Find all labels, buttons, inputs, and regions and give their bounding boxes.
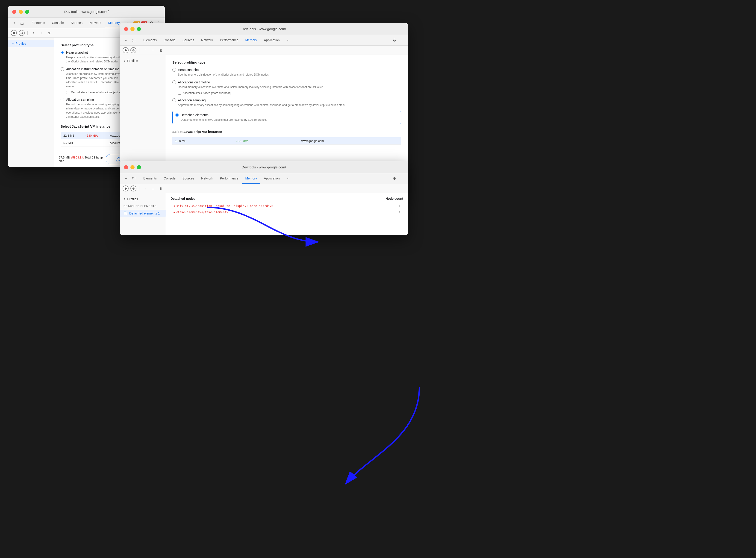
- record-icon-1[interactable]: ⏺: [11, 30, 17, 36]
- detached-nodes-header: Detached nodes Node count: [171, 197, 403, 200]
- radio-sampling-input-2[interactable]: [172, 98, 176, 102]
- settings-icon-3[interactable]: ⚙: [391, 175, 398, 182]
- radio-sampling-input-1[interactable]: [60, 98, 64, 101]
- close-btn-1[interactable]: [12, 10, 16, 14]
- box-icon-2[interactable]: ⬚: [130, 37, 137, 44]
- sidebar-item-profiles-1[interactable]: ≡ Profiles: [8, 40, 54, 47]
- radio-timeline-label-2[interactable]: Allocations on timeline: [172, 80, 401, 84]
- vm-title-2: Select JavaScript VM instance: [172, 130, 401, 134]
- vm-memory-1: 22.3 MB: [60, 132, 82, 140]
- clear-icon-1[interactable]: ⊘: [19, 30, 25, 36]
- download-icon-1[interactable]: ↓: [38, 30, 44, 36]
- radio-timeline-input-2[interactable]: [172, 80, 176, 84]
- box-icon-1[interactable]: ⬚: [19, 20, 25, 26]
- tab-elements-3[interactable]: Elements: [140, 173, 160, 184]
- tab-network-1[interactable]: Network: [86, 18, 104, 28]
- box-icon-3[interactable]: ⬚: [130, 175, 137, 182]
- tab-memory-3[interactable]: Memory: [242, 173, 260, 184]
- cursor-icon-1[interactable]: ⌖: [11, 20, 17, 26]
- tab-console-1[interactable]: Console: [49, 18, 67, 28]
- tab-more-3[interactable]: »: [283, 173, 292, 184]
- tab-memory-2[interactable]: Memory: [242, 35, 260, 45]
- record-icon-3[interactable]: ⏺: [123, 185, 129, 192]
- node-html-3-1: <div style="position: absolute; display:…: [176, 204, 273, 208]
- maximize-btn-2[interactable]: [137, 27, 141, 31]
- secondary-toolbar-3: ⏺ ⊘ ↑ ↓ 🗑: [120, 184, 408, 193]
- record-icon-2[interactable]: ⏺: [123, 47, 129, 53]
- window-title-3: DevTools - www.google.com/: [242, 165, 286, 169]
- sidebar-item-profiles-2[interactable]: ≡ Profiles: [120, 57, 166, 65]
- tab-performance-3[interactable]: Performance: [217, 173, 242, 184]
- minimize-btn-2[interactable]: [130, 27, 134, 31]
- tab-elements-1[interactable]: Elements: [28, 18, 48, 28]
- tab-console-2[interactable]: Console: [160, 35, 179, 45]
- trash-icon-3[interactable]: 🗑: [158, 185, 164, 192]
- tab-elements-2[interactable]: Elements: [140, 35, 160, 45]
- more-icon-2[interactable]: ⋮: [399, 37, 405, 44]
- radio-alloc-input-1[interactable]: [60, 67, 64, 71]
- table-row-3-1[interactable]: ● <div style="position: absolute; displa…: [171, 203, 403, 209]
- vm-url-2-1: www.google.com: [298, 137, 401, 145]
- cursor-icon-2[interactable]: ⌖: [123, 37, 129, 44]
- vm-section-2: Select JavaScript VM instance 13.0 MB ↓3…: [172, 130, 401, 145]
- upload-icon-btn-1: ↑: [110, 158, 112, 161]
- tab-application-3[interactable]: Application: [260, 173, 283, 184]
- tab-application-2[interactable]: Application: [260, 35, 283, 45]
- node-code-3-2: ● <fake-element></fake-element>: [171, 209, 388, 215]
- maximize-btn-3[interactable]: [137, 165, 141, 169]
- checkbox-label-2: Allocation stack traces (more overhead): [183, 92, 231, 95]
- radio-detached-2: Detached elements Detached elements show…: [172, 111, 401, 124]
- node-code-3-1: ● <div style="position: absolute; displa…: [171, 203, 388, 209]
- vm-rate-2: [82, 140, 107, 147]
- checkbox-label-1: Record stack traces of allocations (extr…: [71, 91, 127, 94]
- sidebar-item-detached-1[interactable]: 📄 Detached elements 1: [120, 210, 166, 217]
- detached-item-label: Detached elements 1: [129, 211, 160, 215]
- tab-console-3[interactable]: Console: [160, 173, 179, 184]
- close-btn-3[interactable]: [124, 165, 128, 169]
- radio-detached-input-2[interactable]: [175, 113, 179, 117]
- tab-performance-2[interactable]: Performance: [217, 35, 242, 45]
- checkbox-stack-2[interactable]: [178, 92, 181, 95]
- toolbar-tabs-3: Elements Console Sources Network Perform…: [140, 173, 390, 184]
- divider-2: [139, 48, 140, 53]
- radio-detached-label-2[interactable]: Detached elements: [175, 113, 399, 117]
- minimize-btn-1[interactable]: [19, 10, 23, 14]
- close-btn-2[interactable]: [124, 27, 128, 31]
- upload-icon-3[interactable]: ↑: [142, 185, 148, 192]
- upload-icon-2[interactable]: ↑: [142, 47, 148, 53]
- clear-icon-2[interactable]: ⊘: [130, 47, 136, 53]
- tab-network-2[interactable]: Network: [198, 35, 216, 45]
- tab-network-3[interactable]: Network: [198, 173, 216, 184]
- node-count-3-2: 1: [388, 209, 403, 215]
- sidebar-item-profiles-3[interactable]: ≡ Profiles: [120, 195, 166, 203]
- tab-sources-3[interactable]: Sources: [179, 173, 198, 184]
- maximize-btn-1[interactable]: [25, 10, 29, 14]
- download-icon-2[interactable]: ↓: [150, 47, 156, 53]
- settings-icon-2[interactable]: ⚙: [391, 37, 398, 44]
- checkbox-row-2: Allocation stack traces (more overhead): [178, 92, 401, 95]
- secondary-toolbar-2: ⏺ ⊘ ↑ ↓ 🗑: [120, 46, 408, 55]
- window-controls-3: [124, 165, 141, 169]
- radio-heap-label-2[interactable]: Heap snapshot: [172, 68, 401, 72]
- checkbox-stack-1[interactable]: [66, 91, 69, 94]
- radio-heap-input-2[interactable]: [172, 68, 176, 72]
- cursor-icon-3[interactable]: ⌖: [123, 175, 129, 182]
- radio-heap-input-1[interactable]: [60, 51, 64, 54]
- clear-icon-3[interactable]: ⊘: [130, 185, 136, 192]
- window-controls-2: [124, 27, 141, 31]
- table-row-3-2[interactable]: ● <fake-element></fake-element> 1: [171, 209, 403, 215]
- vm-row-2-1[interactable]: 13.0 MB ↓3.1 kB/s www.google.com: [172, 137, 401, 145]
- tab-sources-1[interactable]: Sources: [68, 18, 86, 28]
- divider-1: [27, 31, 28, 35]
- content-panel-3: Detached nodes Node count ● <div style="…: [166, 193, 408, 235]
- radio-detached-desc-2: Detached elements shows objects that are…: [181, 118, 399, 122]
- radio-sampling-label-2[interactable]: Allocation sampling: [172, 98, 401, 102]
- minimize-btn-3[interactable]: [130, 165, 134, 169]
- trash-icon-2[interactable]: 🗑: [158, 47, 164, 53]
- tab-more-2[interactable]: »: [283, 35, 292, 45]
- trash-icon-1[interactable]: 🗑: [46, 30, 52, 36]
- tab-sources-2[interactable]: Sources: [179, 35, 198, 45]
- upload-icon-1[interactable]: ↑: [30, 30, 36, 36]
- download-icon-3[interactable]: ↓: [150, 185, 156, 192]
- more-icon-3[interactable]: ⋮: [399, 175, 405, 182]
